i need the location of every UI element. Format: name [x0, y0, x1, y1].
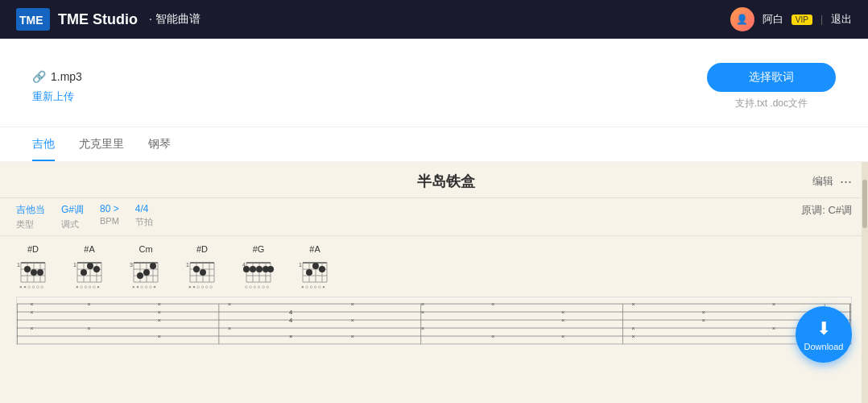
sheet-music-area: 半岛铁盒 编辑 ··· 吉他当 类型 G#调 调式 80 > BPM — [0, 162, 868, 403]
upload-section: 🔗 1.mp3 重新上传 选择歌词 支持.txt .doc文件 — [0, 39, 868, 127]
chord-name-4: #D — [196, 244, 208, 254]
svg-point-53 — [193, 266, 200, 272]
download-label: Download — [804, 342, 844, 351]
app-subtitle: · 智能曲谱 — [149, 12, 200, 27]
tab-notation-area: × × × × × × × × × × × 4 4 × × × — [16, 297, 852, 345]
tab-guitar[interactable]: 吉他 — [32, 127, 55, 161]
meta-bpm: 80 > BPM — [100, 203, 119, 231]
svg-text:1: 1 — [73, 262, 76, 268]
user-name: 阿白 — [763, 12, 783, 27]
upload-left: 🔗 1.mp3 重新上传 — [32, 70, 82, 104]
guitar-type-label: 类型 — [16, 218, 45, 231]
link-icon: 🔗 — [32, 70, 46, 83]
download-icon: ⬇ — [816, 318, 831, 339]
svg-text:×: × — [30, 301, 33, 308]
chord-diagram-4: 1 × × ○ ○ ○ ○ — [185, 256, 219, 289]
svg-text:×: × — [491, 301, 494, 308]
original-key-text: 原调: C#调 — [801, 203, 852, 218]
chord-item-1: #D — [16, 244, 50, 289]
svg-point-54 — [200, 269, 206, 276]
svg-text:×: × — [157, 309, 160, 316]
svg-text:×: × — [30, 325, 33, 332]
header: TME TME Studio · 智能曲谱 👤 阿白 VIP | 退出 — [0, 0, 868, 39]
svg-text:×: × — [561, 317, 564, 324]
svg-point-82 — [312, 263, 319, 269]
svg-text:×: × — [30, 309, 33, 316]
bpm-label: BPM — [100, 216, 119, 226]
svg-point-27 — [81, 269, 87, 276]
tme-logo-icon: TME — [16, 8, 50, 31]
svg-text:3: 3 — [130, 262, 133, 268]
bpm-value[interactable]: 80 > — [100, 203, 119, 214]
svg-text:×: × — [157, 333, 160, 340]
file-name-row: 🔗 1.mp3 — [32, 70, 82, 83]
svg-text:TME: TME — [19, 14, 43, 27]
svg-text:× ○ ○ ○ ○ ×: × ○ ○ ○ ○ × — [76, 285, 100, 289]
svg-text:× ○ ○ ○ ○ ×: × ○ ○ ○ ○ × — [301, 285, 325, 289]
svg-point-25 — [87, 263, 93, 269]
svg-text:×: × — [631, 325, 634, 332]
svg-text:×: × — [228, 325, 231, 332]
svg-text:× × ○ ○ ○ ×: × × ○ ○ ○ × — [132, 285, 156, 289]
svg-text:×: × — [350, 333, 353, 340]
svg-text:4: 4 — [289, 317, 292, 324]
svg-text:×: × — [561, 333, 564, 340]
sheet-header: 半岛铁盒 编辑 ··· — [0, 162, 868, 198]
svg-point-12 — [31, 269, 37, 276]
user-vip-badge: VIP — [792, 15, 812, 25]
chord-item-5: #G — [242, 244, 275, 289]
chord-name-5: #G — [253, 244, 265, 254]
edit-button[interactable]: 编辑 — [812, 174, 833, 189]
chord-name-6: #A — [309, 244, 320, 254]
svg-text:1: 1 — [186, 262, 189, 268]
reupload-button[interactable]: 重新上传 — [32, 89, 82, 104]
upload-right: 选择歌词 支持.txt .doc文件 — [707, 63, 836, 110]
tab-ukulele[interactable]: 尤克里里 — [79, 127, 124, 161]
svg-text:×: × — [350, 301, 353, 308]
svg-text:×: × — [157, 317, 160, 324]
chord-item-4: #D 1 × × ○ ○ — [185, 244, 219, 289]
svg-text:×: × — [87, 325, 90, 332]
chord-item-2: #A 1 — [72, 244, 106, 289]
svg-point-26 — [93, 266, 100, 272]
svg-text:×: × — [631, 333, 634, 340]
file-name-text: 1.mp3 — [51, 70, 82, 83]
svg-text:× × ○ ○ ○ ○: × × ○ ○ ○ ○ — [19, 285, 43, 289]
key-value[interactable]: G#调 — [61, 203, 84, 217]
chord-item-6: #A 1 — [298, 244, 332, 289]
chord-name-3: Cm — [138, 244, 152, 254]
sheet-scrollbar[interactable] — [862, 162, 868, 403]
scrollbar-thumb[interactable] — [862, 180, 867, 228]
support-format-text: 支持.txt .doc文件 — [735, 97, 808, 110]
time-value: 4/4 — [135, 203, 153, 214]
svg-text:×: × — [561, 309, 564, 316]
download-button[interactable]: ⬇ Download — [796, 306, 852, 363]
svg-text:4: 4 — [242, 262, 246, 268]
svg-text:1: 1 — [299, 262, 302, 268]
svg-text:×: × — [702, 317, 705, 324]
svg-point-83 — [319, 266, 325, 272]
svg-text:×: × — [421, 301, 424, 308]
meta-key: G#调 调式 — [61, 203, 84, 231]
svg-text:×: × — [289, 333, 292, 340]
svg-text:×: × — [421, 325, 424, 332]
svg-text:×: × — [631, 301, 634, 308]
avatar: 👤 — [730, 7, 754, 31]
svg-text:4: 4 — [289, 309, 292, 316]
svg-point-13 — [37, 269, 43, 276]
meta-left: 吉他当 类型 G#调 调式 80 > BPM 4/4 节拍 — [16, 203, 153, 231]
main-content: 🔗 1.mp3 重新上传 选择歌词 支持.txt .doc文件 吉他 尤克里里 … — [0, 39, 868, 403]
select-lyrics-button[interactable]: 选择歌词 — [707, 63, 836, 92]
logout-button[interactable]: 退出 — [831, 12, 852, 27]
svg-text:×: × — [87, 301, 90, 308]
svg-point-84 — [306, 269, 312, 276]
svg-text:×: × — [228, 301, 231, 308]
more-options-button[interactable]: ··· — [840, 173, 852, 190]
tab-piano[interactable]: 钢琴 — [148, 127, 171, 161]
chord-name-2: #A — [84, 244, 94, 254]
chord-diagram-2: 1 × ○ ○ ○ ○ × — [72, 256, 106, 289]
svg-text:× × ○ ○ ○ ○: × × ○ ○ ○ ○ — [188, 285, 213, 289]
svg-text:×: × — [157, 301, 160, 308]
chord-item-3: Cm 3 — [129, 244, 163, 289]
guitar-type-value: 吉他当 — [16, 203, 45, 217]
